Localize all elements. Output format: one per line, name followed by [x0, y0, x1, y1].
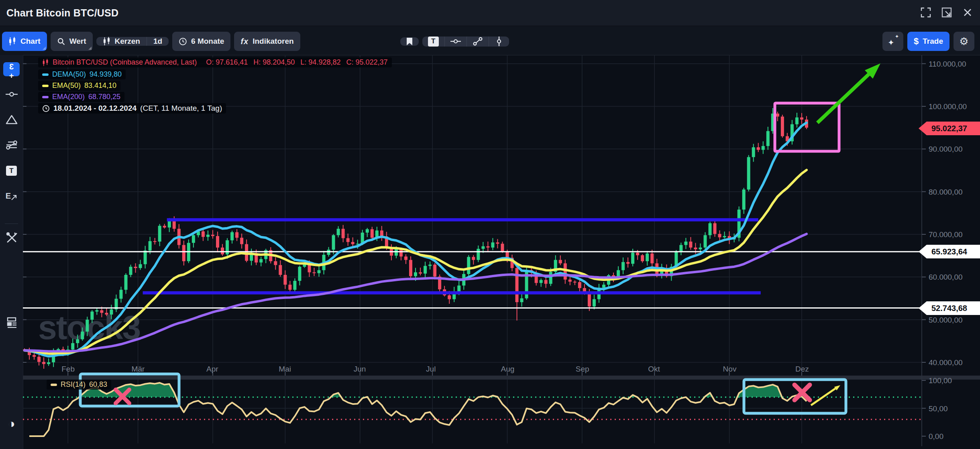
sidebar-hline-tool[interactable] [0, 89, 23, 99]
svg-text:90.000,00: 90.000,00 [929, 145, 963, 153]
svg-text:Apr: Apr [206, 365, 218, 373]
toolbar: Chart Wert Kerzen 1d [0, 26, 980, 55]
ohlc-values: O: 97.616,41 H: 98.204,50 L: 94.928,82 C… [200, 58, 387, 67]
drawing-sidebar: 3+ T E [0, 55, 23, 449]
svg-text:Mai: Mai [279, 365, 291, 373]
EMA(50)-line [24, 170, 807, 354]
search-icon [57, 37, 65, 46]
ema200-legend[interactable]: EMA(200) 68.780,25 [38, 92, 124, 102]
bookmark-button[interactable] [400, 37, 419, 46]
svg-text:Okt: Okt [648, 365, 660, 373]
svg-text:Jul: Jul [426, 365, 436, 373]
ema50-swatch [42, 85, 49, 87]
date-range-value: 18.01.2024 - 02.12.2024 [53, 104, 137, 113]
close-value: C: 95.022,37 [346, 58, 387, 67]
stock3-plus-icon: 3+ [3, 62, 20, 76]
ema200-value: 68.780,25 [88, 93, 120, 101]
symbol-legend[interactable]: Bitcoin BTC/USD (Coinbase Advanced, Last… [38, 57, 392, 67]
price-chart[interactable]: stock3110.000,00100.000,0090.000,0080.00… [23, 55, 980, 449]
triangle-icon [6, 114, 18, 125]
text-tool-button[interactable]: T [422, 37, 444, 47]
contrast-circle-icon: ◑ [8, 417, 15, 431]
sidebar-shapes-tool[interactable] [0, 114, 23, 125]
trendline-tool-button[interactable] [467, 37, 489, 47]
chart-type-interval-group: Kerzen 1d [96, 37, 169, 46]
symbol-name: Bitcoin BTC/USD (Coinbase Advanced, Last… [53, 58, 197, 67]
svg-text:60.000,00: 60.000,00 [929, 273, 963, 281]
rsi-legend[interactable]: RSI(14) 60,83 [47, 380, 111, 390]
svg-text:40.000,00: 40.000,00 [929, 358, 963, 367]
chart-mode-button[interactable]: Chart [2, 32, 47, 51]
svg-text:Mär: Mär [132, 365, 145, 373]
timerange-button[interactable]: 6 Monate [172, 32, 230, 51]
stock3-logo[interactable]: 3+ [0, 62, 23, 76]
sidebar-text-tool[interactable]: T [0, 166, 23, 176]
candlestick-icon [103, 37, 111, 46]
clock-icon [179, 37, 187, 46]
horizontal-line-icon [450, 37, 461, 46]
svg-text:80.000,00: 80.000,00 [929, 188, 963, 196]
sidebar-layout-templates[interactable] [0, 317, 23, 329]
drawing-annotations[interactable] [80, 63, 880, 413]
hline-tool-button[interactable] [444, 37, 467, 47]
svg-text:70.000,00: 70.000,00 [929, 230, 963, 239]
candlestick-icon [42, 59, 49, 67]
ema50-legend[interactable]: EMA(50) 83.414,10 [38, 81, 120, 91]
trade-button[interactable]: $ Trade [907, 32, 949, 51]
rsi-swatch [51, 384, 57, 386]
trade-label: Trade [923, 37, 943, 46]
level-low-badge: 52.743,68 [919, 301, 980, 315]
ema200-swatch [42, 96, 49, 98]
indicators-button[interactable]: fx Indikatoren [234, 32, 300, 51]
last-price-value: 95.022,37 [931, 124, 967, 133]
svg-text:50.000,00: 50.000,00 [929, 316, 963, 324]
sidebar-tools-settings[interactable] [0, 232, 23, 244]
dema-legend[interactable]: DEMA(50) 94.939,80 [38, 69, 126, 79]
dema-label: DEMA(50) [52, 70, 86, 79]
level-high-badge: 65.923,64 [919, 245, 980, 258]
theme-toggle[interactable]: ◑ [0, 417, 23, 431]
svg-text:Sep: Sep [576, 365, 589, 373]
chart-mode-label: Chart [20, 37, 41, 46]
settings-button[interactable]: ⚙ [954, 32, 974, 51]
svg-text:Dez: Dez [795, 365, 809, 373]
level-high-value: 65.923,64 [931, 247, 967, 256]
last-price-badge: 95.022,37 [919, 122, 980, 135]
vline-tool-button[interactable] [489, 37, 509, 47]
rsi-pane [23, 383, 922, 436]
dema-swatch [42, 73, 49, 76]
low-value: L: 94.928,82 [300, 58, 340, 67]
timerange-label: 6 Monate [191, 37, 224, 46]
svg-text:100.000,00: 100.000,00 [929, 102, 967, 111]
svg-text:Jun: Jun [354, 365, 366, 373]
svg-text:Nov: Nov [723, 365, 737, 373]
ai-assistant-button[interactable]: ✦✦ [882, 32, 903, 51]
rsi-label: RSI(14) [61, 380, 86, 389]
svg-text:100,00: 100,00 [929, 376, 952, 385]
dollar-icon: $ [914, 36, 919, 47]
chart-type-label: Kerzen [115, 37, 140, 46]
popout-icon[interactable] [941, 6, 953, 18]
level-low-value: 52.743,68 [931, 304, 967, 313]
chart-application-window: Chart Bitcoin BTC/USD [0, 0, 980, 449]
sidebar-edit-forecast-tool[interactable]: E [0, 191, 23, 201]
symbol-search-button[interactable]: Wert [51, 32, 93, 51]
text-tool-icon: T [6, 166, 17, 176]
gear-icon: ⚙ [959, 35, 968, 48]
bookmark-icon [406, 37, 413, 46]
indicator-lines-icon [6, 140, 18, 150]
green-up-arrow [817, 74, 869, 123]
indicators-label: Indikatoren [253, 37, 293, 46]
close-icon[interactable] [962, 6, 974, 18]
candlestick-icon [8, 37, 16, 46]
horizontal-line-icon [6, 89, 18, 99]
chart-type-button[interactable]: Kerzen [96, 37, 147, 46]
sidebar-indicator-lines-tool[interactable] [0, 140, 23, 150]
fullscreen-icon[interactable] [920, 6, 932, 18]
drawing-tools-group: T [422, 37, 509, 47]
interval-button[interactable]: 1d [147, 37, 169, 46]
svg-text:Aug: Aug [501, 365, 514, 373]
vertical-line-icon [495, 37, 503, 46]
title-bar: Chart Bitcoin BTC/USD [0, 0, 980, 26]
date-range-legend[interactable]: 18.01.2024 - 02.12.2024 (CET, 11 Monate,… [38, 103, 226, 114]
